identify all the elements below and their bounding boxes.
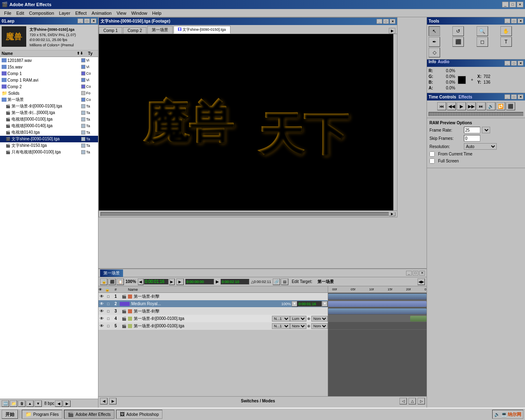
menu-help[interactable]: Help — [150, 10, 164, 16]
tc-skip-end[interactable]: ⏭ — [477, 102, 486, 110]
new-folder-button[interactable]: 📁 — [10, 400, 17, 407]
tc-loop[interactable]: 🔁 — [496, 102, 505, 110]
menu-file[interactable]: File — [2, 10, 14, 16]
layer-lock-5[interactable]: □ — [105, 323, 112, 329]
footage-close[interactable]: ✕ — [390, 19, 395, 24]
project-maximize[interactable]: □ — [84, 18, 90, 23]
tools-close[interactable]: ✕ — [518, 18, 523, 23]
start-time[interactable]: 0:00:00:00 — [185, 279, 214, 285]
edit-target-icon[interactable]: ◀▶ — [418, 278, 425, 285]
tc-skip-start[interactable]: ⏮ — [437, 102, 446, 110]
layer-time-2[interactable]: 0:00:01:16 — [297, 301, 322, 307]
tool-rotate[interactable]: ↺ — [452, 26, 464, 36]
up-button[interactable]: ▲ — [26, 400, 34, 407]
framerate-dropdown[interactable]: ▼ — [482, 127, 490, 133]
list-item[interactable]: 🎬 电视墙[0000-0140].tga Ta — [0, 123, 98, 129]
menu-window[interactable]: Window — [129, 10, 150, 16]
switches-modes-label[interactable]: Switches / Modes — [118, 399, 398, 403]
tc-next-frame[interactable]: ▶▶ — [467, 102, 476, 110]
list-item[interactable]: 📁 Solids Fo — [0, 90, 98, 96]
timeline-tab-active[interactable]: 第一场景 — [100, 269, 123, 277]
down-button[interactable]: ▼ — [34, 400, 42, 407]
zoom-in[interactable]: ▶ — [169, 278, 175, 285]
bpc-button[interactable]: ◀ — [55, 400, 62, 407]
info-minimize[interactable]: _ — [504, 61, 510, 66]
layer-visibility-3[interactable]: 👁 — [98, 308, 105, 315]
info-close[interactable]: ✕ — [518, 61, 523, 66]
list-item[interactable]: 🎬 只有电视墙[0000-0100].tga Ta — [0, 149, 98, 155]
start-button[interactable]: 开始 — [2, 410, 18, 419]
framerate-input[interactable] — [464, 127, 480, 133]
project-close[interactable]: ✕ — [91, 18, 96, 23]
tab-info[interactable]: Info — [429, 59, 436, 67]
tools-maximize[interactable]: □ — [511, 18, 517, 23]
tc-prev-frame[interactable]: ◀◀ — [447, 102, 456, 110]
blend-type-5[interactable]: None — [290, 323, 306, 329]
tab-scene1[interactable]: 第一场景 — [147, 26, 173, 34]
tab-comp1[interactable]: Comp 1 — [99, 27, 122, 34]
taskbar-btn-ae[interactable]: 🎬 Adobe After Effects — [64, 410, 114, 419]
project-minimize[interactable]: _ — [78, 18, 83, 23]
minimize-button[interactable]: _ — [502, 2, 509, 7]
snap-icon[interactable]: 🔗 — [273, 278, 280, 285]
list-item[interactable]: 🎬 第一场景-剑...[0000].tga Ta — [0, 110, 98, 116]
tc-minimize[interactable]: _ — [504, 94, 510, 99]
menu-layer[interactable]: Layer — [57, 10, 73, 16]
list-item[interactable]: 🎬 文字shine-0150.tga Ta — [0, 142, 98, 149]
tl-bottom-btn5[interactable]: ▷ — [418, 398, 425, 404]
tl-bottom-btn3[interactable]: ◁ — [399, 398, 407, 404]
tool-select[interactable]: ↖ — [429, 26, 440, 36]
menu-effect[interactable]: Effect — [73, 10, 89, 16]
tool-zoom-tool[interactable]: 🔍 — [477, 26, 488, 36]
quality-icon[interactable]: ▤ — [281, 278, 288, 285]
layer-visibility-5[interactable]: 👁 — [98, 323, 105, 329]
list-item[interactable]: 1201887.wav Vi — [0, 57, 98, 64]
project-list[interactable]: 1201887.wav Vi 15s.wav Vi Comp 1 Co Comp… — [0, 57, 98, 399]
tab-footage[interactable]: 🎞文字shine-[0090-0150].tga — [173, 26, 231, 34]
layer-lock-1[interactable]: □ — [105, 293, 112, 300]
footage-minimize[interactable]: _ — [377, 19, 382, 24]
timeline-icon3[interactable]: 📋 — [116, 278, 124, 285]
tc-play[interactable]: ▶ — [457, 102, 466, 110]
layer-lock-2[interactable]: □ — [105, 301, 112, 307]
tool-eraser[interactable]: ◻ — [477, 37, 488, 47]
end-time[interactable]: 0:00:02:10 — [221, 279, 249, 285]
layer-visibility-4[interactable]: 👁 — [98, 315, 105, 322]
footage-horizontal-scrollbar[interactable] — [100, 212, 389, 216]
layer-visibility-2[interactable]: 👁 — [98, 301, 105, 307]
tab-comp2[interactable]: Comp 2 — [123, 27, 146, 34]
blend-track-4[interactable]: None — [311, 316, 328, 322]
scroll-end-button[interactable]: ▶ — [389, 212, 395, 216]
layer-lock-3[interactable]: □ — [105, 308, 112, 315]
menu-view[interactable]: View — [114, 10, 129, 16]
tab-time-controls[interactable]: Time Controls — [429, 95, 456, 99]
layer-lock-4[interactable]: □ — [105, 315, 112, 322]
tl-bottom-btn4[interactable]: △ — [409, 398, 416, 404]
timeline-icon1[interactable]: 🔒 — [100, 278, 107, 285]
skipframes-input[interactable] — [464, 135, 480, 142]
list-item-selected[interactable]: 🎬 文字shine-[0090-0150].tga Ta — [0, 136, 98, 142]
tab-scroll-right[interactable]: ▶ — [389, 28, 395, 34]
taskbar-btn-ps[interactable]: 🖼 Adobe Photoshop — [116, 410, 163, 419]
tl-bottom-btn1[interactable]: ◀ — [100, 398, 107, 404]
timeline-icon2[interactable]: ⬛ — [108, 278, 116, 285]
timeline-close[interactable]: ✕ — [419, 271, 425, 276]
blend-mode-4[interactable]: N...1 — [272, 316, 290, 322]
tc-progress-bar[interactable] — [429, 112, 523, 116]
timeline-minimize[interactable]: _ — [406, 271, 412, 276]
tc-close[interactable]: ✕ — [518, 94, 523, 99]
tool-shape[interactable]: ◇ — [429, 48, 440, 57]
blend-type-4[interactable]: Luma — [290, 316, 306, 322]
layer-zoom-arrow-2[interactable]: ▼ — [292, 301, 297, 307]
list-item[interactable]: Comp 1 Co — [0, 70, 98, 77]
tool-text[interactable]: T — [500, 37, 512, 47]
tab-effects[interactable]: Effects — [459, 95, 472, 99]
info-maximize[interactable]: □ — [511, 61, 517, 66]
playback-icon[interactable]: ▶ — [176, 278, 184, 285]
menu-composition[interactable]: Composition — [27, 10, 57, 16]
tools-minimize[interactable]: _ — [504, 18, 510, 23]
tool-hand[interactable]: ✋ — [500, 26, 512, 36]
tab-audio[interactable]: Audio — [438, 59, 449, 67]
blend-mode-5[interactable]: N...1 — [272, 323, 290, 329]
menu-animation[interactable]: Animation — [89, 10, 114, 16]
